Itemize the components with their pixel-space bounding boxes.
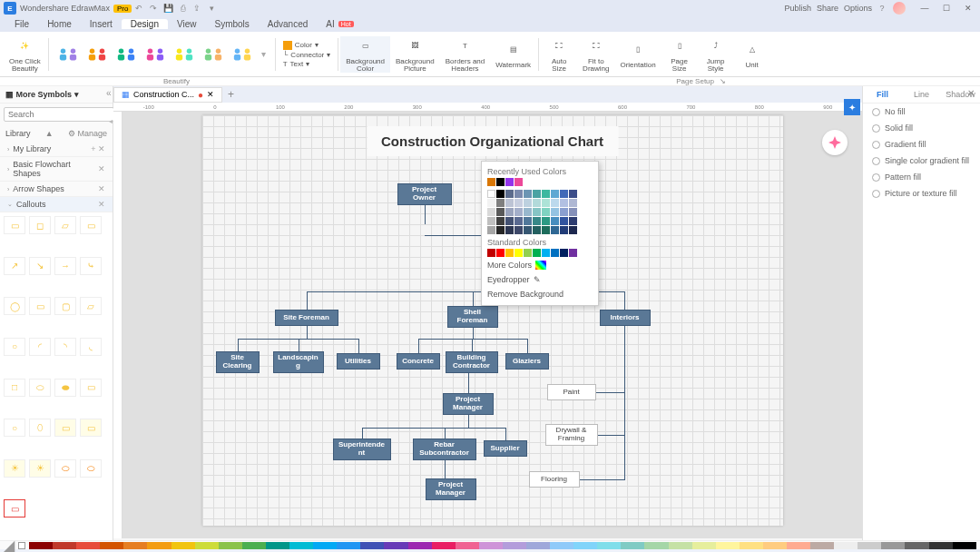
color-strip-none[interactable]: [18, 542, 25, 549]
std-color[interactable]: [487, 249, 495, 257]
ribbon-connector[interactable]: └ Connector ▾: [283, 51, 331, 59]
shape-item[interactable]: ○: [4, 419, 25, 437]
std-color[interactable]: [533, 249, 541, 257]
more-colors-button[interactable]: More Colors: [487, 258, 593, 272]
fit-to-drawing[interactable]: ⛶ Fit to Drawing: [577, 36, 614, 73]
arrow-shapes-section[interactable]: ›Arrow Shapes✕: [0, 182, 113, 197]
shape-item[interactable]: ▭: [4, 216, 25, 234]
shape-item[interactable]: ⬬: [54, 379, 76, 397]
color-chip[interactable]: [763, 542, 787, 549]
opt-gradient-fill[interactable]: Gradient fill: [863, 136, 980, 153]
menu-insert[interactable]: Insert: [81, 19, 122, 29]
recent-color[interactable]: [505, 178, 514, 186]
color-chip[interactable]: [526, 542, 550, 549]
shape-item[interactable]: ↘: [29, 257, 51, 275]
theme-color[interactable]: [496, 208, 505, 216]
recent-color[interactable]: [496, 178, 505, 186]
theme-color[interactable]: [524, 190, 532, 198]
shape-item[interactable]: ⬯: [29, 419, 51, 437]
help-icon[interactable]: ?: [875, 2, 889, 15]
std-color[interactable]: [496, 249, 505, 257]
theme-color[interactable]: [487, 208, 495, 216]
beautify-style-1[interactable]: [58, 46, 78, 63]
theme-color[interactable]: [551, 208, 559, 216]
borders-headers[interactable]: T Borders and Headers: [440, 36, 491, 73]
std-color[interactable]: [569, 249, 577, 257]
shape-item[interactable]: ▭: [54, 419, 76, 437]
theme-color[interactable]: [487, 199, 495, 207]
theme-color[interactable]: [524, 217, 532, 225]
background-color[interactable]: ▭ Background Color: [340, 36, 390, 73]
theme-color[interactable]: [551, 226, 559, 234]
beautify-style-4[interactable]: [145, 46, 165, 63]
shape-item[interactable]: ◻: [29, 216, 51, 234]
color-chip[interactable]: [219, 542, 242, 549]
jump-style[interactable]: ⤴ Jump Style: [698, 36, 734, 73]
recent-color[interactable]: [514, 178, 523, 186]
std-color[interactable]: [524, 249, 532, 257]
shape-item[interactable]: □: [4, 379, 25, 397]
node-site-clearing[interactable]: Site Clearing: [216, 351, 260, 373]
color-chip[interactable]: [597, 542, 621, 549]
collapse-left-icon[interactable]: «: [106, 88, 112, 98]
node-building-contractor[interactable]: Building Contractor: [446, 351, 498, 373]
theme-color[interactable]: [496, 190, 505, 198]
export-icon[interactable]: ⇪: [190, 2, 204, 15]
orientation[interactable]: ▯ Orientation: [614, 40, 661, 69]
unit[interactable]: △ Unit: [734, 40, 770, 69]
color-chip[interactable]: [740, 542, 763, 549]
shape-item[interactable]: ⬭: [29, 379, 51, 397]
color-chip[interactable]: [456, 542, 479, 549]
std-color[interactable]: [560, 249, 568, 257]
shape-item[interactable]: ⬭: [54, 459, 76, 478]
theme-color[interactable]: [560, 217, 568, 225]
auto-size[interactable]: ⛶ Auto Size: [541, 36, 577, 73]
theme-color[interactable]: [542, 199, 550, 207]
shape-item[interactable]: ▱: [80, 297, 102, 315]
theme-color[interactable]: [542, 226, 550, 234]
my-library-section[interactable]: ›My Library+ ✕: [0, 142, 113, 157]
basic-flowchart-section[interactable]: ›Basic Flowchart Shapes✕: [0, 157, 113, 182]
theme-color[interactable]: [505, 199, 514, 207]
opt-solid-fill[interactable]: Solid fill: [863, 120, 980, 136]
share-link[interactable]: Share: [817, 4, 838, 13]
color-chip[interactable]: [266, 542, 289, 549]
color-chip[interactable]: [384, 542, 407, 549]
maximize-button[interactable]: ☐: [938, 4, 955, 13]
color-chip[interactable]: [503, 542, 526, 549]
shape-panel-collapse-icon[interactable]: ◂: [109, 117, 113, 125]
theme-color[interactable]: [533, 190, 541, 198]
shape-item[interactable]: →: [54, 257, 76, 275]
node-project-manager-2[interactable]: Project Manager: [426, 478, 476, 500]
manage-button[interactable]: ⚙ Manage: [68, 129, 107, 138]
color-chip[interactable]: [621, 542, 644, 549]
background-picture[interactable]: 🖼 Background Picture: [390, 36, 440, 73]
watermark[interactable]: ▤ Watermark: [490, 40, 536, 69]
std-color[interactable]: [514, 249, 523, 257]
theme-color[interactable]: [542, 208, 550, 216]
theme-color[interactable]: [533, 199, 541, 207]
color-chip[interactable]: [29, 542, 53, 549]
ai-side-button[interactable]: ✦: [844, 99, 860, 115]
node-site-foreman[interactable]: Site Foreman: [275, 310, 338, 326]
color-chip[interactable]: [242, 542, 266, 549]
menu-advanced[interactable]: Advanced: [259, 19, 317, 29]
undo-icon[interactable]: ↶: [132, 2, 146, 15]
theme-color[interactable]: [569, 208, 577, 216]
color-chip[interactable]: [573, 542, 597, 549]
std-color[interactable]: [542, 249, 550, 257]
node-glaziers[interactable]: Glaziers: [505, 353, 549, 370]
theme-color[interactable]: [560, 208, 568, 216]
color-chip[interactable]: [692, 542, 716, 549]
node-paint[interactable]: Paint: [547, 384, 596, 400]
theme-color[interactable]: [505, 217, 514, 225]
theme-color[interactable]: [496, 226, 505, 234]
shape-item[interactable]: ▭: [80, 216, 102, 234]
theme-color[interactable]: [551, 199, 559, 207]
save-icon[interactable]: 💾: [161, 2, 175, 15]
shape-item[interactable]: ▭: [29, 297, 51, 315]
page-size[interactable]: ▯ Page Size: [662, 36, 698, 73]
shape-item[interactable]: ○: [4, 338, 25, 356]
shape-item[interactable]: ▭: [4, 499, 25, 518]
recent-color[interactable]: [487, 178, 495, 186]
